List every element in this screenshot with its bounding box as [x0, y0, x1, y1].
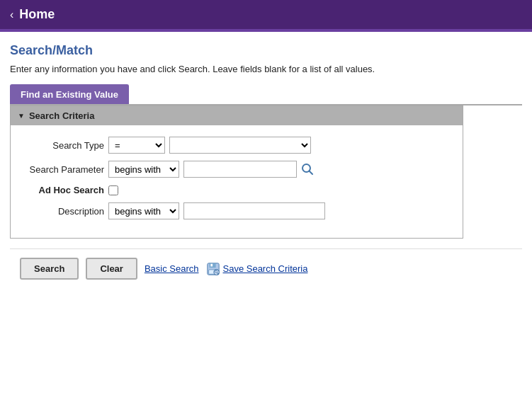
save-criteria-link[interactable]: Save Search Criteria: [223, 263, 308, 274]
ad-hoc-checkbox[interactable]: [108, 185, 118, 195]
search-type-value-select[interactable]: [169, 137, 311, 154]
main-content: Search/Match Enter any information you h…: [0, 32, 532, 298]
save-criteria-icon: [206, 262, 220, 276]
search-criteria-box: ▼ Search Criteria Search Type = < > <= >…: [10, 105, 463, 239]
app-header: ‹ Home: [0, 0, 532, 29]
page-description: Enter any information you have and click…: [10, 64, 522, 74]
magnifier-icon: [301, 163, 314, 176]
clear-button[interactable]: Clear: [86, 258, 137, 280]
header-title: Home: [19, 7, 55, 22]
search-parameter-row: Search Parameter begins with contains = …: [19, 161, 454, 178]
criteria-body: Search Type = < > <= >= not = between Se…: [11, 125, 463, 238]
svg-rect-4: [210, 263, 213, 266]
button-row: Search Clear Basic Search Save Search Cr…: [10, 248, 522, 288]
search-criteria-header[interactable]: ▼ Search Criteria: [11, 106, 463, 125]
description-operator-select[interactable]: begins with contains = not =: [108, 202, 179, 219]
ad-hoc-label: Ad Hoc Search: [19, 185, 104, 195]
ad-hoc-row: Ad Hoc Search: [19, 185, 454, 195]
search-button[interactable]: Search: [20, 258, 79, 280]
search-criteria-label: Search Criteria: [29, 110, 95, 121]
search-parameter-input[interactable]: [183, 161, 297, 178]
collapse-icon: ▼: [18, 112, 25, 120]
tabs-row: Find an Existing Value: [10, 84, 522, 105]
back-button[interactable]: ‹: [10, 8, 13, 21]
description-label: Description: [19, 206, 104, 217]
search-type-row: Search Type = < > <= >= not = between: [19, 137, 454, 154]
description-row: Description begins with contains = not =: [19, 202, 454, 219]
svg-line-1: [310, 171, 313, 175]
page-title: Search/Match: [10, 43, 522, 58]
tab-find-existing-value[interactable]: Find an Existing Value: [10, 84, 129, 104]
search-parameter-label: Search Parameter: [19, 164, 104, 175]
save-criteria-group: Save Search Criteria: [206, 262, 308, 276]
description-input[interactable]: [183, 202, 325, 219]
search-parameter-lookup-button[interactable]: [301, 163, 314, 176]
search-parameter-operator-select[interactable]: begins with contains = not =: [108, 161, 179, 178]
search-type-eq-select[interactable]: = < > <= >= not = between: [108, 137, 165, 154]
search-type-label: Search Type: [19, 140, 104, 151]
basic-search-link[interactable]: Basic Search: [145, 263, 199, 274]
